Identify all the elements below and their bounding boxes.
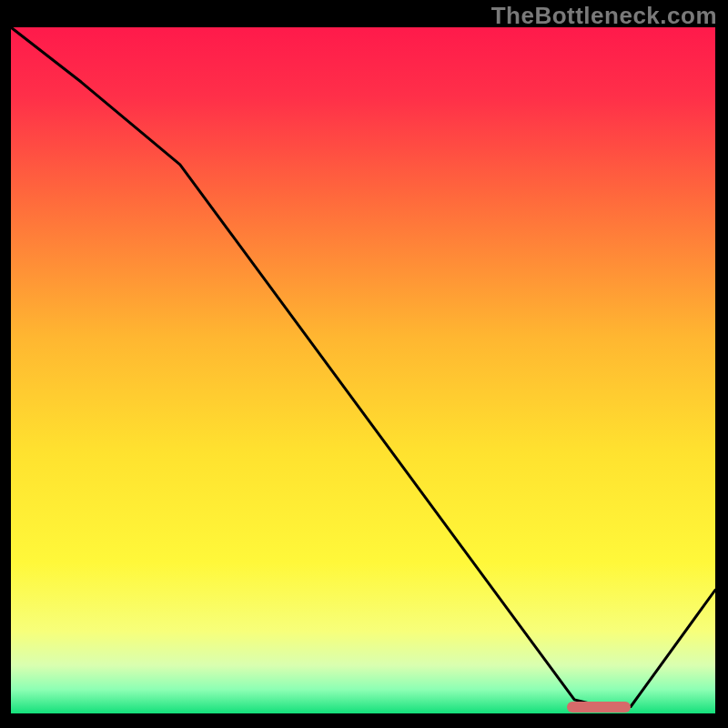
plot-frame (9, 25, 717, 715)
optimal-range-marker (567, 702, 631, 713)
chart-container: TheBottleneck.com (0, 0, 728, 728)
bottleneck-curve (11, 27, 715, 713)
watermark-text: TheBottleneck.com (491, 2, 717, 30)
